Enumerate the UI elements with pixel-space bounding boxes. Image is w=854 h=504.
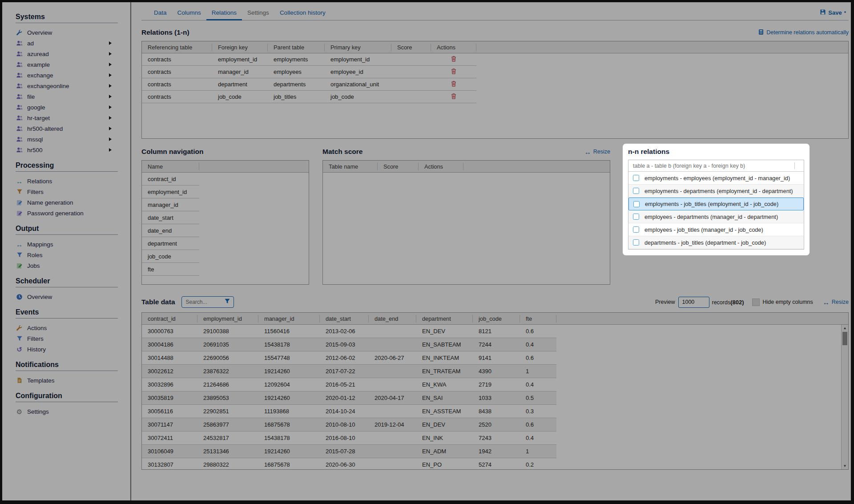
users-icon [16,136,23,143]
delete-relation-button[interactable] [431,93,476,101]
tab-columns[interactable]: Columns [172,8,206,20]
save-button[interactable]: Save * [820,9,849,20]
table-cell: 30035819 [142,395,197,401]
sidebar-item-settings[interactable]: ⚙Settings [16,406,118,417]
sidebar-item-google[interactable]: google [16,102,118,113]
relation-checkbox[interactable] [633,214,639,220]
column-list-item[interactable]: fte [142,263,199,276]
column-list-item[interactable]: job_code [142,250,199,263]
tab-relations[interactable]: Relations [206,8,242,20]
table-cell: job_code [142,253,177,260]
column-list-item[interactable]: employment_id [142,185,199,198]
nn-relation-row[interactable]: employees - departments (manager_id - de… [628,210,804,223]
search-input[interactable] [185,298,222,306]
table-data-table-body: 3000076329100388115604162013-02-06EN_DEV… [142,325,848,470]
sidebar-item-list: ↔RelationsFiltersName generationPassword… [16,176,118,218]
sidebar-item-ad[interactable]: ad [16,38,118,48]
sidebar-item-filters[interactable]: Filters [16,186,118,197]
tab-collection-history[interactable]: Collection history [274,8,331,20]
hide-empty-columns-checkbox[interactable] [752,298,760,306]
table-cell: 2014-10-24 [320,408,369,415]
table-row[interactable]: 3007241124532817154381782016-08-10EN_INK… [142,431,556,445]
delete-relation-button[interactable] [431,81,476,88]
sidebar-item-label: ad [27,40,34,47]
sidebar-item-example[interactable]: example [16,59,118,70]
table-row[interactable]: 3003581923895053192142602020-01-122020-0… [142,391,556,405]
sidebar-item-exchangeonline[interactable]: exchangeonline [16,81,118,91]
nn-relation-row[interactable]: employments - employees (employment_id -… [628,172,804,185]
sidebar-item-overview[interactable]: Overview [16,291,118,302]
table-row[interactable]: 3010604925131346192142602015-07-28EN_ADM… [142,445,556,458]
sidebar-item-relations[interactable]: ↔Relations [16,176,118,186]
table-cell: 2020-06-27 [369,355,416,361]
nn-relations-column-header: table a - table b (foreign key a - forei… [628,160,804,172]
table-data-resize-link[interactable]: ↔ Resize [823,299,849,306]
sidebar-item-actions[interactable]: Actions [16,323,118,333]
app-window: SystemsOverviewadazureadexampleexchangee… [0,0,854,504]
sidebar-item-hr500-altered[interactable]: hr500-altered [16,123,118,134]
match-score-resize-link[interactable]: ↔ Resize [584,149,610,155]
table-cell: 30000763 [142,328,197,335]
scroll-up-icon[interactable]: ▲ [842,326,848,330]
table-row[interactable]: contractsemployment_idemploymentsemploym… [142,53,476,66]
relation-checkbox[interactable] [633,201,640,207]
nn-relation-row[interactable]: employments - job_titles (employment_id … [628,198,804,210]
table-row[interactable]: 3007114725863977168756782010-08-102019-1… [142,418,556,431]
sidebar-item-mssql[interactable]: mssql [16,134,118,145]
sidebar-item-label: mssql [27,136,43,143]
sidebar-item-exchange[interactable]: exchange [16,70,118,81]
tab-settings[interactable]: Settings [242,8,274,20]
column-list-item[interactable]: manager_id [142,198,199,211]
scroll-down-icon[interactable]: ▼ [842,464,848,468]
table-row[interactable]: 3000418620691035154381782015-09-03EN_SAB… [142,338,556,351]
sidebar-item-file[interactable]: file [16,91,118,102]
table-cell: 19214260 [258,395,320,401]
sidebar-item-overview[interactable]: Overview [16,27,118,38]
column-list-item[interactable]: date_end [142,224,199,237]
section-divider [16,287,118,287]
sidebar-item-roles[interactable]: Roles [16,250,118,260]
sidebar-item-hr500[interactable]: hr500 [16,145,118,155]
preview-count-input[interactable] [678,297,709,308]
determine-relations-link[interactable]: Determine relations automatically [758,29,849,36]
relation-checkbox[interactable] [633,188,639,194]
sidebar-item-password-generation[interactable]: Password generation [16,208,118,218]
sidebar-item-hr-target[interactable]: hr-target [16,113,118,123]
column-list-item[interactable]: contract_id [142,173,199,185]
table-row[interactable]: 3005611622902851111938682014-10-24EN_ASS… [142,405,556,418]
table-row[interactable]: 3013280729880322168756782020-06-30EN_PO5… [142,458,556,470]
save-label: Save [828,9,842,16]
relation-checkbox[interactable] [633,239,639,246]
tab-data[interactable]: Data [149,8,172,20]
sidebar-item-filters[interactable]: Filters [16,333,118,344]
sidebar-item-templates[interactable]: Templates [16,375,118,386]
sidebar-item-azuread[interactable]: azuread [16,48,118,59]
sidebar-item-name-generation[interactable]: Name generation [16,197,118,208]
nn-relation-row[interactable]: employees - job_titles (manager_id - job… [628,223,804,236]
table-row[interactable]: contractsdepartmentdepartmentsorganizati… [142,78,476,91]
table-cell: 19214260 [258,448,320,455]
table-row[interactable]: 3000076329100388115604162013-02-06EN_DEV… [142,325,556,338]
sidebar-item-jobs[interactable]: Jobs [16,260,118,271]
sidebar-item-mappings[interactable]: ↔Mappings [16,239,118,250]
relation-checkbox[interactable] [633,175,639,181]
sidebar-item-history[interactable]: ↺History [16,344,118,355]
nn-relation-row[interactable]: employments - departments (employment_id… [628,185,804,198]
relations-1n-table-header: Referencing tableForeign keyParent table… [142,41,848,53]
table-row[interactable]: contractsjob_codejob_titlesjob_code [142,91,476,103]
arrows-icon: ↔ [16,241,23,248]
column-list-item[interactable]: department [142,237,199,250]
table-row[interactable]: 3001448822690056155477482012-06-022020-0… [142,351,556,365]
table-row[interactable]: 3002261223876322192142602017-07-22EN_TRA… [142,365,556,378]
column-header: Primary key [325,44,391,51]
table-row[interactable]: 3003289621264686120926042016-05-21EN_KWA… [142,378,556,391]
scrollbar-thumb[interactable] [842,332,847,345]
table-row[interactable]: contractsmanager_idemployeesemployee_id [142,66,476,78]
table-scrollbar[interactable]: ▲ ▼ [841,325,848,469]
nn-relation-row[interactable]: departments - job_titles (department - j… [628,236,804,249]
relation-checkbox[interactable] [633,226,639,233]
delete-relation-button[interactable] [431,56,476,63]
column-list-item[interactable]: date_start [142,211,199,224]
table-cell: 30032896 [142,381,197,388]
delete-relation-button[interactable] [431,68,476,76]
